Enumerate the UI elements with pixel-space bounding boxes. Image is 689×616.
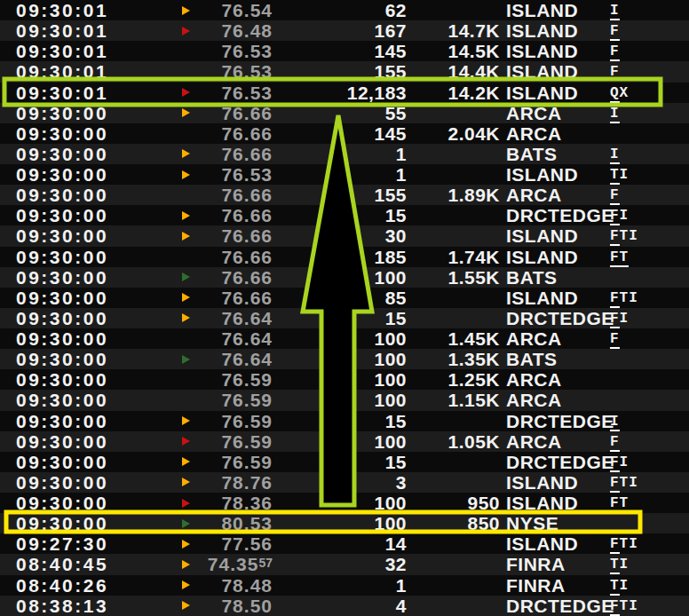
exchange-name: ISLAND <box>506 83 578 103</box>
trade-size: 1 <box>396 164 407 185</box>
trade-price: 76.53 <box>221 164 273 185</box>
cumulative-volume: 1.55K <box>447 267 500 288</box>
trade-size: 4 <box>396 596 407 616</box>
tape-row[interactable]: 09:30:0076.531ISLANDTI <box>0 164 689 185</box>
tick-down-icon <box>182 437 190 446</box>
tape-row[interactable]: 09:30:0076.641001.45KARCAF <box>0 328 689 349</box>
exchange-name: ARCA <box>506 431 562 452</box>
trade-size: 62 <box>385 0 407 20</box>
trade-time: 09:30:01 <box>16 20 108 41</box>
condition-code: F <box>610 328 620 349</box>
tape-row[interactable]: 08:38:1378.504DRCTEDGEFTI <box>0 596 689 616</box>
tape-row[interactable]: 09:30:0076.6685ISLANDFTI <box>0 288 689 308</box>
tape-row[interactable]: 08:40:2678.481FINRATI <box>0 575 689 596</box>
tape-row[interactable]: 09:30:0076.591001.05KARCAF <box>0 431 689 452</box>
trade-price: 76.66 <box>221 288 273 308</box>
trade-time: 09:30:00 <box>16 205 108 225</box>
trade-size: 15 <box>385 411 407 431</box>
trade-time: 09:30:00 <box>16 123 108 144</box>
tape-row[interactable]: 09:30:0078.36100950ISLANDFT <box>0 493 689 513</box>
condition-code: F <box>610 41 620 61</box>
tape-row[interactable]: 09:30:0076.641001.35KBATS <box>0 349 689 369</box>
exchange-name: DRCTEDGE <box>506 596 614 616</box>
tick-up-icon <box>182 519 190 528</box>
tape-row[interactable]: 09:30:0076.6415DRCTEDGEFI <box>0 308 689 328</box>
tape-row[interactable]: 09:30:0076.591001.25KARCA <box>0 369 689 390</box>
trade-size: 100 <box>374 328 407 349</box>
tape-row[interactable]: 09:30:0076.661851.74KISLANDFT <box>0 247 689 267</box>
tape-row[interactable]: 09:30:0076.6615DRCTEDGEFI <box>0 205 689 225</box>
exchange-name: ISLAND <box>506 61 578 82</box>
condition-code: FT <box>610 493 629 513</box>
tape-row[interactable]: 09:30:0076.661001.55KBATS <box>0 267 689 288</box>
exchange-name: ISLAND <box>506 493 578 513</box>
trade-time: 09:27:30 <box>16 533 108 554</box>
tape-row[interactable]: 09:30:0076.661452.04KARCA <box>0 123 689 144</box>
tape-rows-container: 09:30:0176.5462ISLANDI09:30:0176.4816714… <box>0 0 689 616</box>
tick-neutral-icon <box>182 560 190 569</box>
trade-size: 100 <box>374 493 407 513</box>
tape-row[interactable]: 09:30:0076.5915DRCTEDGEI <box>0 411 689 431</box>
tape-row[interactable]: 09:30:0076.661551.89KARCAF <box>0 185 689 205</box>
trade-size: 100 <box>374 390 407 410</box>
trade-price: 80.53 <box>221 513 273 533</box>
tape-row[interactable]: 09:30:0076.6655ARCAI <box>0 103 689 123</box>
exchange-name: BATS <box>506 349 558 369</box>
trade-size: 100 <box>374 513 407 533</box>
trade-price: 76.66 <box>221 205 273 225</box>
tape-row[interactable]: 09:30:0076.5915DRCTEDGEFI <box>0 452 689 472</box>
tick-neutral-icon <box>182 416 190 425</box>
trade-price: 76.53 <box>221 83 273 103</box>
tape-row[interactable]: 09:30:0176.4816714.7KISLANDF <box>0 20 689 41</box>
trade-price: 76.64 <box>221 349 273 369</box>
trade-time: 09:30:00 <box>16 390 108 410</box>
trade-size: 167 <box>374 20 407 41</box>
tick-neutral-icon <box>182 457 190 466</box>
tick-neutral-icon <box>182 313 190 322</box>
trade-size: 14 <box>385 533 407 554</box>
tape-row[interactable]: 08:40:4574.355732FINRATI <box>0 554 689 574</box>
exchange-name: BATS <box>506 144 558 164</box>
exchange-name: ISLAND <box>506 247 578 267</box>
trade-time: 08:38:13 <box>16 596 108 616</box>
tape-row[interactable]: 09:30:0176.5312,18314.2KISLANDQX <box>0 83 689 103</box>
trade-price: 76.66 <box>221 144 273 164</box>
tape-row[interactable]: 09:27:3077.5614ISLANDFTI <box>0 533 689 554</box>
trade-size: 1 <box>396 144 407 164</box>
cumulative-volume: 1.15K <box>447 390 500 410</box>
tape-row[interactable]: 09:30:0078.763ISLANDFTI <box>0 472 689 493</box>
trade-time: 09:30:00 <box>16 144 108 164</box>
tape-row[interactable]: 09:30:0176.5314514.5KISLANDF <box>0 41 689 61</box>
tape-row[interactable]: 09:30:0076.661BATSI <box>0 144 689 164</box>
tick-neutral-icon <box>182 293 190 302</box>
trade-size: 15 <box>385 205 407 225</box>
trade-time: 09:30:01 <box>16 61 108 82</box>
tick-up-icon <box>182 355 190 364</box>
tape-row[interactable]: 09:30:0076.6630ISLANDFTI <box>0 225 689 246</box>
condition-code: I <box>610 0 620 20</box>
tick-neutral-icon <box>182 6 190 15</box>
trade-time: 08:40:26 <box>16 575 108 596</box>
condition-code: TI <box>610 575 629 596</box>
tick-neutral-icon <box>182 478 190 486</box>
tape-row[interactable]: 09:30:0076.591001.15KARCA <box>0 390 689 410</box>
trade-price: 76.66 <box>221 247 273 267</box>
trade-size: 30 <box>385 225 407 246</box>
trade-size: 100 <box>374 369 407 390</box>
condition-code: F <box>610 431 620 452</box>
exchange-name: BATS <box>506 267 558 288</box>
exchange-name: FINRA <box>506 575 566 596</box>
tape-row[interactable]: 09:30:0176.5315514.4KISLANDF <box>0 61 689 82</box>
tick-neutral-icon <box>182 211 190 220</box>
tape-row[interactable]: 09:30:0080.53100850NYSE <box>0 513 689 533</box>
trade-time: 09:30:00 <box>16 452 108 472</box>
tick-down-icon <box>182 88 190 97</box>
trade-price: 76.59 <box>221 452 273 472</box>
tape-row[interactable]: 09:30:0176.5462ISLANDI <box>0 0 689 20</box>
trade-price: 76.59 <box>221 411 273 431</box>
cumulative-volume: 950 <box>467 493 500 513</box>
trade-price: 76.64 <box>221 328 273 349</box>
trade-time: 09:30:00 <box>16 288 108 308</box>
tick-neutral-icon <box>182 580 190 589</box>
exchange-name: ARCA <box>506 390 562 410</box>
